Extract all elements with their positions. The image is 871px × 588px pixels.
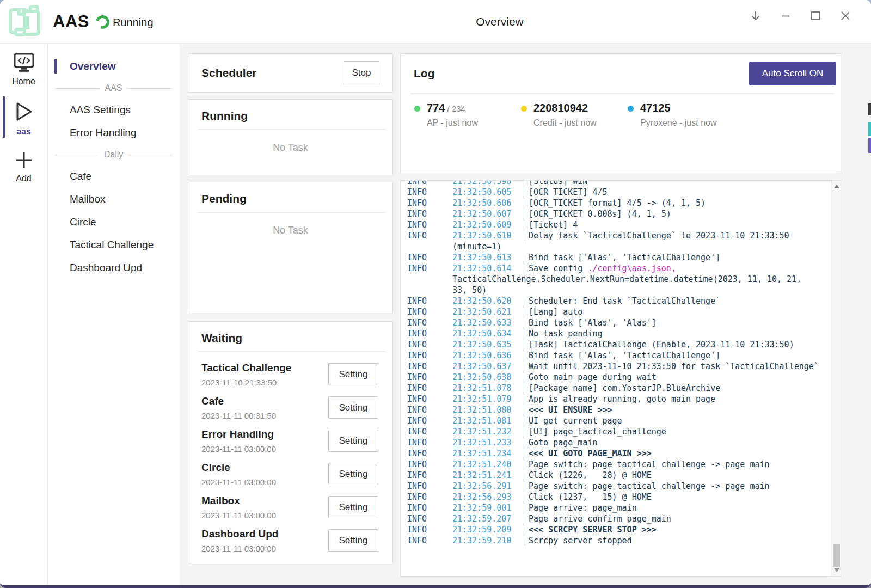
sidebar: OverviewAASAAS SettingsError HandlingDai…	[48, 44, 180, 585]
log-separator	[523, 350, 529, 361]
log-timestamp: 21:32:50.636	[452, 350, 523, 361]
stat-pyroxene: 47125Pyroxene - just now	[628, 102, 734, 128]
app-logo-icon	[7, 4, 42, 38]
edge-mark-purple	[868, 138, 871, 153]
log-separator	[523, 317, 529, 328]
scroll-down-icon[interactable]	[832, 566, 841, 575]
auto-scroll-button[interactable]: Auto Scroll ON	[749, 62, 836, 85]
log-message: Goto page_main	[529, 437, 597, 448]
stat-text: 47125Pyroxene - just now	[640, 102, 717, 128]
sidebar-item-mailbox[interactable]: Mailbox	[48, 188, 180, 211]
log-timestamp: 21:32:50.609	[452, 219, 523, 230]
stop-button[interactable]: Stop	[344, 61, 379, 85]
waiting-task-next-run: 2023-11-11 03:00:00	[201, 444, 276, 454]
log-level: INFO	[407, 198, 452, 209]
scheduler-card: Scheduler Stop	[188, 53, 393, 93]
log-view[interactable]: INFO21:32:50.598[Status] WININFO21:32:50…	[400, 180, 841, 577]
log-separator	[523, 426, 529, 437]
scheduler-status: Running	[113, 16, 154, 29]
log-message: [Lang] auto	[529, 307, 582, 317]
titlebar: AAS Running Overview	[0, 0, 871, 44]
log-lines: INFO21:32:50.598[Status] WININFO21:32:50…	[407, 180, 829, 546]
log-scrollbar[interactable]	[831, 181, 841, 576]
sidebar-group-label: Daily	[99, 150, 129, 160]
log-line: INFO21:32:59.209<<< SCRCPY SERVER STOP >…	[407, 524, 829, 535]
rail-item-aas[interactable]: aas	[0, 92, 47, 142]
log-timestamp: 21:32:56.293	[452, 492, 523, 503]
sidebar-item-aas-settings[interactable]: AAS Settings	[48, 99, 180, 121]
waiting-task-info: Error Handling2023-11-11 03:00:00	[201, 428, 276, 454]
log-separator	[523, 230, 529, 241]
log-message: No task pending	[529, 328, 602, 339]
log-line: INFO21:32:50.637Wait until 2023-11-10 21…	[407, 361, 829, 372]
scrollbar-thumb[interactable]	[833, 544, 840, 567]
log-timestamp: 21:32:50.620	[452, 296, 523, 307]
waiting-task-name: Cafe	[201, 395, 276, 407]
log-message: [OCR_TICKET] 4/5	[529, 187, 608, 198]
log-level: INFO	[407, 230, 452, 241]
log-level: INFO	[407, 180, 452, 187]
pending-empty-text: No Task	[188, 225, 392, 236]
sidebar-item-tactical-challenge[interactable]: Tactical Challenge	[48, 234, 180, 256]
setting-button-cafe[interactable]: Setting	[328, 396, 378, 419]
log-level	[407, 274, 452, 285]
log-level: INFO	[407, 187, 452, 198]
log-level: INFO	[407, 405, 452, 415]
log-level: INFO	[407, 219, 452, 230]
setting-button-tactical-challenge[interactable]: Setting	[328, 363, 378, 385]
home-code-icon	[0, 52, 47, 74]
setting-button-error-handling[interactable]: Setting	[328, 430, 378, 452]
scroll-up-icon[interactable]	[832, 182, 841, 191]
log-separator	[523, 405, 529, 415]
log-timestamp: 21:32:50.638	[452, 372, 523, 383]
log-line: INFO21:32:50.620Scheduler: End task `Tac…	[407, 296, 829, 307]
setting-button-dashboard-upd[interactable]: Setting	[328, 529, 378, 552]
log-timestamp: 21:32:50.606	[452, 198, 523, 209]
log-message: Click (1237, 15) @ HOME	[529, 492, 652, 503]
log-message: Page switch: page_tactical_challenge -> …	[529, 481, 770, 492]
log-timestamp: 21:32:51.234	[452, 448, 523, 459]
log-separator	[523, 513, 529, 524]
rail-item-label: Add	[0, 174, 47, 183]
minimize-icon[interactable]	[780, 10, 792, 22]
log-message: [Package_name] com.YostarJP.BlueArchive	[529, 383, 720, 394]
log-message: App is already running, goto main page	[529, 394, 715, 405]
stat-label: Credit - just now	[533, 118, 597, 128]
close-icon[interactable]	[839, 10, 851, 22]
log-line: INFO21:32:59.210Scrcpy server stopped	[407, 535, 829, 546]
sidebar-item-cafe[interactable]: Cafe	[48, 165, 180, 188]
download-icon[interactable]	[750, 10, 762, 22]
log-timestamp: 21:32:50.598	[452, 180, 523, 187]
log-level: INFO	[407, 415, 452, 426]
sidebar-item-error-handling[interactable]: Error Handling	[48, 121, 180, 144]
running-empty-text: No Task	[188, 142, 392, 154]
sidebar-item-circle[interactable]: Circle	[48, 211, 180, 234]
log-separator	[523, 503, 529, 513]
rail-item-add[interactable]: Add	[0, 142, 47, 189]
log-separator	[523, 470, 529, 481]
log-level: INFO	[407, 263, 452, 274]
setting-button-circle[interactable]: Setting	[328, 463, 378, 485]
log-timestamp: 21:32:50.635	[452, 339, 523, 350]
waiting-task-name: Circle	[201, 462, 276, 474]
stat-text: 774 / 234AP - just now	[427, 102, 478, 128]
sidebar-item-overview[interactable]: Overview	[48, 55, 180, 78]
log-message: [OCR_TICKET format] 4/5 -> (4, 1, 5)	[529, 198, 706, 209]
log-separator	[523, 328, 529, 339]
waiting-task-row: Error Handling2023-11-11 03:00:00Setting	[188, 424, 392, 457]
log-line: INFO21:32:51.080<<< UI ENSURE >>>	[407, 405, 829, 415]
log-level	[407, 241, 452, 252]
setting-button-mailbox[interactable]: Setting	[328, 496, 378, 518]
app-window: AAS Running Overview HomeaasAdd Overview…	[0, 0, 871, 588]
stat-suffix: / 234	[445, 104, 465, 113]
waiting-task-row: Dashboard Upd2023-11-11 03:00:00Setting	[188, 524, 392, 557]
rail-item-label: aas	[0, 127, 47, 137]
log-line: INFO21:32:51.079App is already running, …	[407, 394, 829, 405]
log-timestamp: 21:32:50.605	[452, 187, 523, 198]
log-timestamp: 21:32:59.001	[452, 503, 523, 513]
maximize-icon[interactable]	[809, 10, 821, 22]
sidebar-item-dashboard-upd[interactable]: Dashboard Upd	[48, 256, 180, 279]
log-message: [Task] TacticalChallenge (Enable, 2023-1…	[529, 339, 794, 350]
waiting-task-name: Error Handling	[201, 428, 276, 440]
rail-item-home[interactable]: Home	[0, 44, 47, 92]
